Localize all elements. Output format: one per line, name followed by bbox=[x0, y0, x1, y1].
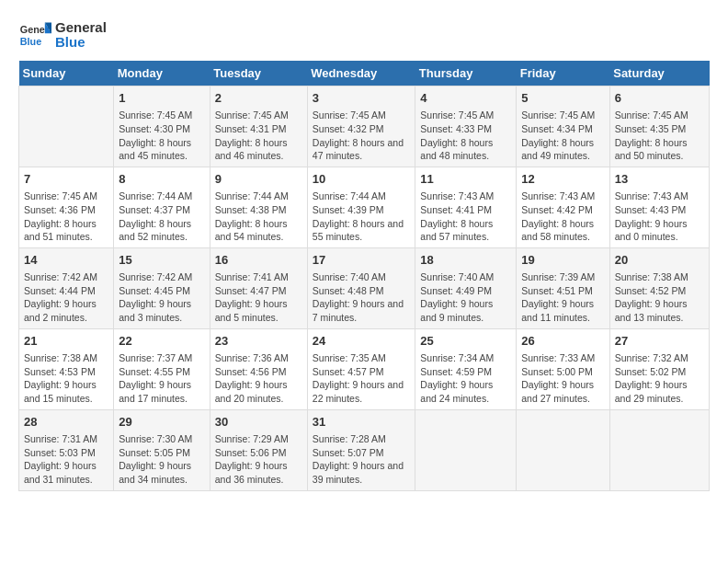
day-number: 9 bbox=[215, 171, 302, 188]
calendar-cell: 12Sunrise: 7:43 AMSunset: 4:42 PMDayligh… bbox=[517, 167, 610, 247]
cell-content: Sunrise: 7:41 AMSunset: 4:47 PMDaylight:… bbox=[215, 270, 302, 325]
cell-content: Sunrise: 7:45 AMSunset: 4:33 PMDaylight:… bbox=[420, 109, 511, 163]
cell-content: Sunrise: 7:44 AMSunset: 4:38 PMDaylight:… bbox=[215, 190, 302, 244]
svg-text:Blue: Blue bbox=[20, 36, 41, 47]
day-number: 29 bbox=[119, 414, 205, 431]
cell-content: Sunrise: 7:31 AMSunset: 5:03 PMDaylight:… bbox=[24, 432, 108, 487]
cell-content: Sunrise: 7:44 AMSunset: 4:39 PMDaylight:… bbox=[313, 190, 411, 244]
column-header-tuesday: Tuesday bbox=[210, 61, 307, 86]
cell-content: Sunrise: 7:45 AMSunset: 4:30 PMDaylight:… bbox=[119, 109, 205, 163]
calendar-cell: 5Sunrise: 7:45 AMSunset: 4:34 PMDaylight… bbox=[517, 86, 610, 167]
calendar-cell: 6Sunrise: 7:45 AMSunset: 4:35 PMDaylight… bbox=[609, 86, 709, 167]
calendar-cell: 17Sunrise: 7:40 AMSunset: 4:48 PMDayligh… bbox=[307, 247, 415, 328]
calendar-table: SundayMondayTuesdayWednesdayThursdayFrid… bbox=[18, 61, 710, 491]
calendar-cell: 16Sunrise: 7:41 AMSunset: 4:47 PMDayligh… bbox=[210, 247, 307, 328]
day-number: 20 bbox=[615, 252, 704, 269]
calendar-cell bbox=[609, 409, 709, 490]
day-number: 12 bbox=[521, 171, 605, 188]
cell-content: Sunrise: 7:40 AMSunset: 4:49 PMDaylight:… bbox=[420, 270, 511, 325]
day-number: 14 bbox=[24, 252, 108, 269]
day-number: 11 bbox=[420, 171, 511, 188]
day-number: 5 bbox=[521, 90, 605, 107]
column-header-thursday: Thursday bbox=[415, 61, 517, 86]
day-number: 21 bbox=[24, 333, 108, 350]
cell-content: Sunrise: 7:33 AMSunset: 5:00 PMDaylight:… bbox=[521, 351, 605, 406]
calendar-cell: 11Sunrise: 7:43 AMSunset: 4:41 PMDayligh… bbox=[415, 167, 517, 247]
calendar-cell bbox=[517, 409, 610, 490]
calendar-cell: 9Sunrise: 7:44 AMSunset: 4:38 PMDaylight… bbox=[210, 167, 307, 247]
calendar-cell: 1Sunrise: 7:45 AMSunset: 4:30 PMDaylight… bbox=[114, 86, 210, 167]
calendar-cell: 22Sunrise: 7:37 AMSunset: 4:55 PMDayligh… bbox=[114, 328, 210, 409]
day-number: 18 bbox=[420, 252, 511, 269]
day-number: 1 bbox=[119, 90, 205, 107]
calendar-cell: 25Sunrise: 7:34 AMSunset: 4:59 PMDayligh… bbox=[415, 328, 517, 409]
cell-content: Sunrise: 7:44 AMSunset: 4:37 PMDaylight:… bbox=[119, 190, 205, 244]
cell-content: Sunrise: 7:42 AMSunset: 4:44 PMDaylight:… bbox=[24, 270, 108, 325]
calendar-header-row: SundayMondayTuesdayWednesdayThursdayFrid… bbox=[19, 61, 710, 86]
calendar-cell: 3Sunrise: 7:45 AMSunset: 4:32 PMDaylight… bbox=[307, 86, 415, 167]
day-number: 10 bbox=[313, 171, 411, 188]
calendar-cell: 4Sunrise: 7:45 AMSunset: 4:33 PMDaylight… bbox=[415, 86, 517, 167]
day-number: 6 bbox=[615, 90, 704, 107]
calendar-cell: 31Sunrise: 7:28 AMSunset: 5:07 PMDayligh… bbox=[307, 409, 415, 490]
day-number: 28 bbox=[24, 414, 108, 431]
cell-content: Sunrise: 7:43 AMSunset: 4:43 PMDaylight:… bbox=[615, 190, 704, 244]
day-number: 15 bbox=[119, 252, 205, 269]
cell-content: Sunrise: 7:38 AMSunset: 4:53 PMDaylight:… bbox=[24, 351, 108, 406]
column-header-monday: Monday bbox=[114, 61, 210, 86]
calendar-cell: 8Sunrise: 7:44 AMSunset: 4:37 PMDaylight… bbox=[114, 167, 210, 247]
day-number: 30 bbox=[215, 414, 302, 431]
cell-content: Sunrise: 7:42 AMSunset: 4:45 PMDaylight:… bbox=[119, 270, 205, 325]
day-number: 3 bbox=[313, 90, 411, 107]
cell-content: Sunrise: 7:43 AMSunset: 4:41 PMDaylight:… bbox=[420, 190, 511, 244]
day-number: 25 bbox=[420, 333, 511, 350]
day-number: 13 bbox=[615, 171, 704, 188]
calendar-cell: 2Sunrise: 7:45 AMSunset: 4:31 PMDaylight… bbox=[210, 86, 307, 167]
cell-content: Sunrise: 7:36 AMSunset: 4:56 PMDaylight:… bbox=[215, 351, 302, 406]
calendar-cell bbox=[19, 86, 114, 167]
cell-content: Sunrise: 7:40 AMSunset: 4:48 PMDaylight:… bbox=[313, 270, 411, 325]
day-number: 22 bbox=[119, 333, 205, 350]
cell-content: Sunrise: 7:45 AMSunset: 4:35 PMDaylight:… bbox=[615, 109, 704, 163]
calendar-cell: 20Sunrise: 7:38 AMSunset: 4:52 PMDayligh… bbox=[609, 247, 709, 328]
cell-content: Sunrise: 7:34 AMSunset: 4:59 PMDaylight:… bbox=[420, 351, 511, 406]
day-number: 27 bbox=[615, 333, 704, 350]
calendar-cell: 14Sunrise: 7:42 AMSunset: 4:44 PMDayligh… bbox=[19, 247, 114, 328]
calendar-cell: 30Sunrise: 7:29 AMSunset: 5:06 PMDayligh… bbox=[210, 409, 307, 490]
column-header-saturday: Saturday bbox=[609, 61, 709, 86]
calendar-cell: 23Sunrise: 7:36 AMSunset: 4:56 PMDayligh… bbox=[210, 328, 307, 409]
day-number: 23 bbox=[215, 333, 302, 350]
day-number: 8 bbox=[119, 171, 205, 188]
column-header-sunday: Sunday bbox=[19, 61, 114, 86]
day-number: 7 bbox=[24, 171, 108, 188]
day-number: 26 bbox=[521, 333, 605, 350]
calendar-week-row: 21Sunrise: 7:38 AMSunset: 4:53 PMDayligh… bbox=[19, 328, 710, 409]
day-number: 31 bbox=[313, 414, 411, 431]
cell-content: Sunrise: 7:30 AMSunset: 5:05 PMDaylight:… bbox=[119, 432, 205, 487]
calendar-cell: 29Sunrise: 7:30 AMSunset: 5:05 PMDayligh… bbox=[114, 409, 210, 490]
day-number: 2 bbox=[215, 90, 302, 107]
calendar-cell: 28Sunrise: 7:31 AMSunset: 5:03 PMDayligh… bbox=[19, 409, 114, 490]
cell-content: Sunrise: 7:45 AMSunset: 4:31 PMDaylight:… bbox=[215, 109, 302, 163]
calendar-week-row: 28Sunrise: 7:31 AMSunset: 5:03 PMDayligh… bbox=[19, 409, 710, 490]
calendar-cell: 27Sunrise: 7:32 AMSunset: 5:02 PMDayligh… bbox=[609, 328, 709, 409]
column-header-wednesday: Wednesday bbox=[307, 61, 415, 86]
cell-content: Sunrise: 7:43 AMSunset: 4:42 PMDaylight:… bbox=[521, 190, 605, 244]
calendar-week-row: 14Sunrise: 7:42 AMSunset: 4:44 PMDayligh… bbox=[19, 247, 710, 328]
logo: General Blue General Blue bbox=[18, 18, 107, 52]
day-number: 4 bbox=[420, 90, 511, 107]
calendar-cell: 18Sunrise: 7:40 AMSunset: 4:49 PMDayligh… bbox=[415, 247, 517, 328]
day-number: 16 bbox=[215, 252, 302, 269]
calendar-cell: 7Sunrise: 7:45 AMSunset: 4:36 PMDaylight… bbox=[19, 167, 114, 247]
calendar-week-row: 1Sunrise: 7:45 AMSunset: 4:30 PMDaylight… bbox=[19, 86, 710, 167]
calendar-cell: 26Sunrise: 7:33 AMSunset: 5:00 PMDayligh… bbox=[517, 328, 610, 409]
day-number: 24 bbox=[313, 333, 411, 350]
calendar-cell bbox=[415, 409, 517, 490]
cell-content: Sunrise: 7:29 AMSunset: 5:06 PMDaylight:… bbox=[215, 432, 302, 487]
cell-content: Sunrise: 7:39 AMSunset: 4:51 PMDaylight:… bbox=[521, 270, 605, 325]
cell-content: Sunrise: 7:45 AMSunset: 4:32 PMDaylight:… bbox=[313, 109, 411, 163]
calendar-cell: 21Sunrise: 7:38 AMSunset: 4:53 PMDayligh… bbox=[19, 328, 114, 409]
cell-content: Sunrise: 7:37 AMSunset: 4:55 PMDaylight:… bbox=[119, 351, 205, 406]
calendar-cell: 24Sunrise: 7:35 AMSunset: 4:57 PMDayligh… bbox=[307, 328, 415, 409]
column-header-friday: Friday bbox=[517, 61, 610, 86]
